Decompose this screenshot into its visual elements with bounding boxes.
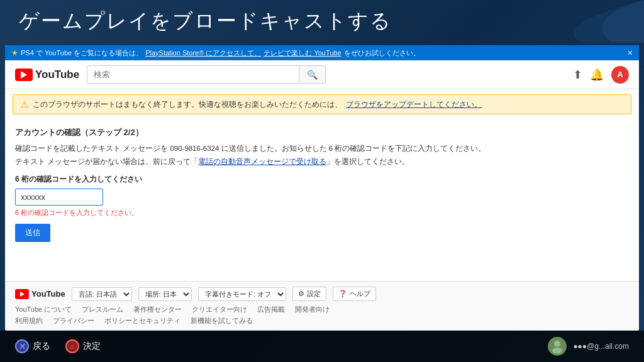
warning-icon: ⚠ [21,99,29,109]
code-input-wrap [15,189,629,206]
svg-point-0 [554,341,560,347]
footer-link-1[interactable]: プレスルーム [82,305,123,314]
footer-logo-text: YouTube [31,289,65,299]
footer-link-2[interactable]: 著作権センター [133,305,182,314]
confirm-button[interactable]: ○ 決定 [65,339,101,353]
upload-icon[interactable]: ⬆ [573,68,582,82]
footer-link-9[interactable]: 新機能を試してみる [191,316,253,326]
warning-link[interactable]: ブラウザをアップデートしてください。 [346,100,482,109]
help-icon: ❓ [338,290,347,298]
code-label: 6 桁の確認コードを入力してください [15,174,629,185]
location-select[interactable]: 場所: 日本 [138,287,192,301]
bell-icon[interactable]: 🔔 [590,68,604,82]
warning-bar: ⚠ このブラウザのサポートはまもなく終了します。快適な視聴をお楽しみいただくため… [13,94,631,114]
account-desc2-suffix: 」を選択してください。 [326,158,409,165]
help-button[interactable]: ❓ ヘルプ [333,287,376,301]
code-input[interactable] [15,189,103,206]
bottom-right: ●●●@g...ail.com [548,337,629,356]
avatar[interactable]: A [611,66,629,84]
x-button-icon: ✕ [15,339,29,353]
settings-icon: ⚙ [298,290,304,298]
account-desc2-link[interactable]: 電話の自動音声メッセージで受け取る [198,158,326,165]
youtube-logo[interactable]: YouTube [15,69,79,81]
back-label: 戻る [33,341,50,352]
youtube-logo-icon [15,69,33,81]
youtube-header: YouTube 🔍 ⬆ 🔔 A [5,60,639,89]
footer-link-4[interactable]: 広告掲載 [257,305,285,314]
account-desc1: 確認コードを記載したテキスト メッセージを 090-9816-6324 に送信し… [15,143,629,154]
search-button[interactable]: 🔍 [299,66,325,83]
page-title: ゲームプレイをブロードキャストする [19,8,392,35]
code-hint: 6 桁の確認コードを入力してください。 [15,208,629,217]
ps4-bar-close[interactable]: × [628,48,633,58]
settings-label: 設定 [307,289,321,299]
footer-link-8[interactable]: ポリシーとセキュリティ [104,316,180,326]
settings-button[interactable]: ⚙ 設定 [292,287,326,301]
warning-text: このブラウザのサポートはまもなく終了します。快適な視聴をお楽しみいただくためには… [33,100,342,109]
back-button[interactable]: ✕ 戻る [15,339,50,353]
ps4-bar-text2: をぜひお試しください。 [344,48,420,58]
help-label: ヘルプ [350,289,370,299]
search-input[interactable] [87,66,299,83]
footer-logo: YouTube [15,289,65,299]
footer-link-0[interactable]: YouTube について [15,305,72,314]
title-bar: ゲームプレイをブロードキャストする [0,0,644,43]
account-desc2-prefix: テキスト メッセージが届かない場合は、前に戻って「 [15,158,198,165]
ps4-bar-link1[interactable]: PlayStation Store® にアクセスして、 [145,48,261,58]
youtube-footer: YouTube 言語: 日本語 場所: 日本 字幕付きモード: オフ ⚙ 設定 … [5,281,639,331]
user-avatar [548,337,567,356]
svg-point-1 [552,348,562,354]
username-display: ●●●@g...ail.com [573,342,629,351]
footer-links-2: 利用規約 プライバシー ポリシーとセキュリティ 新機能を試してみる [15,316,629,326]
footer-top: YouTube 言語: 日本語 場所: 日本 字幕付きモード: オフ ⚙ 設定 … [15,287,629,301]
header-right: ⬆ 🔔 A [573,66,629,84]
footer-link-7[interactable]: プライバシー [53,316,94,326]
main-content: アカウントの確認（ステップ 2/2） 確認コードを記載したテキスト メッセージを… [5,119,639,281]
footer-link-5[interactable]: 開発者向け [295,305,330,314]
ps4-bar-link2[interactable]: テレビで楽しむ YouTube [264,48,341,58]
account-title: アカウントの確認（ステップ 2/2） [15,127,629,138]
search-bar: 🔍 [87,65,326,84]
confirm-label: 決定 [83,341,101,352]
browser-window: ★ PS4 で YouTube をご覧になる場合は、 PlayStation S… [5,45,639,331]
footer-link-6[interactable]: 利用規約 [15,316,43,326]
footer-logo-icon [15,289,29,299]
ps4-notification-bar: ★ PS4 で YouTube をご覧になる場合は、 PlayStation S… [5,45,639,60]
youtube-logo-text: YouTube [35,69,79,81]
caption-select[interactable]: 字幕付きモード: オフ [198,287,286,301]
footer-link-3[interactable]: クリエイター向け [192,305,247,314]
submit-button[interactable]: 送信 [15,224,50,242]
circle-button-icon: ○ [65,339,79,353]
ps4-bottom-bar: ✕ 戻る ○ 決定 ●●●@g...ail.com [0,331,644,362]
footer-links: YouTube について プレスルーム 著作権センター クリエイター向け 広告掲… [15,305,629,314]
star-icon: ★ [11,48,18,57]
account-desc2: テキスト メッセージが届かない場合は、前に戻って「電話の自動音声メッセージで受け… [15,156,629,167]
language-select[interactable]: 言語: 日本語 [72,287,132,301]
ps4-bar-text: PS4 で YouTube をご覧になる場合は、 [21,48,143,58]
